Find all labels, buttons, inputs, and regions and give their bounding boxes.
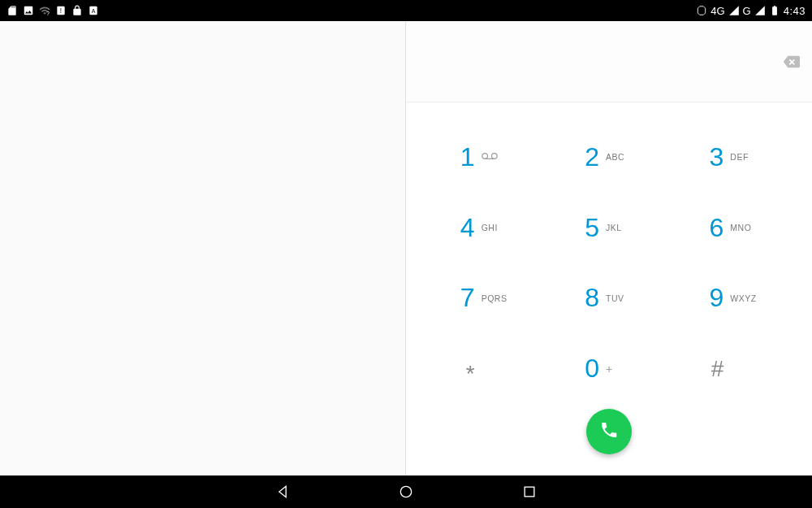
key-9-letters: WXYZ (730, 293, 761, 303)
key-2-letters: ABC (606, 152, 637, 162)
sd-card-icon (6, 5, 18, 16)
sim-switch-icon (696, 5, 707, 16)
dialer-pane: 1 2 ABC 3 DEF 4 GHI 5 JKL 6 (406, 21, 812, 475)
network-label-1: 4G (710, 5, 724, 17)
svg-point-5 (482, 154, 487, 159)
key-star[interactable]: * (422, 333, 546, 404)
key-4-letters: GHI (482, 223, 512, 232)
dial-input-row (406, 21, 812, 102)
key-0-letters: + (606, 363, 637, 376)
key-7-letters: PQRS (482, 293, 512, 303)
key-4[interactable]: 4 GHI (422, 193, 546, 263)
key-5[interactable]: 5 JKL (546, 193, 671, 263)
key-0-digit: 0 (581, 354, 599, 384)
lock-icon (71, 5, 83, 16)
key-3-letters: DEF (730, 152, 761, 162)
svg-point-8 (400, 486, 411, 497)
voicemail-icon (482, 152, 512, 162)
backspace-button[interactable] (781, 53, 801, 71)
key-6[interactable]: 6 MNO (672, 193, 796, 263)
status-right: 4G G 4:43 (696, 5, 806, 17)
a-card-icon: A (88, 5, 99, 16)
svg-point-6 (491, 154, 497, 159)
key-9[interactable]: 9 WXYZ (672, 263, 796, 334)
key-7[interactable]: 7 PQRS (422, 263, 546, 334)
nav-recent-button[interactable] (520, 483, 538, 501)
key-2[interactable]: 2 ABC (546, 122, 671, 193)
nav-home-button[interactable] (397, 483, 415, 501)
keypad: 1 2 ABC 3 DEF 4 GHI 5 JKL 6 (406, 102, 812, 404)
battery-icon (769, 5, 780, 16)
key-6-digit: 6 (706, 213, 723, 243)
svg-text:!: ! (60, 7, 62, 15)
call-row (406, 404, 812, 475)
call-button[interactable] (586, 409, 632, 454)
svg-text:A: A (92, 8, 96, 14)
android-nav-bar (0, 475, 812, 508)
key-star-digit: * (457, 361, 475, 387)
key-3-digit: 3 (706, 142, 723, 172)
svg-rect-9 (525, 487, 534, 497)
key-5-letters: JKL (606, 223, 637, 232)
key-1[interactable]: 1 (422, 122, 546, 193)
signal-icon-1 (728, 5, 740, 16)
key-hash[interactable]: # (672, 333, 796, 404)
wifi-question-icon: ? (39, 5, 50, 16)
status-left: ? ! A (6, 5, 99, 16)
key-1-digit: 1 (457, 142, 475, 172)
signal-icon-2 (754, 5, 766, 16)
key-9-digit: 9 (706, 283, 723, 313)
key-hash-digit: # (706, 356, 723, 382)
key-5-digit: 5 (581, 213, 599, 243)
key-0[interactable]: 0 + (546, 333, 671, 404)
key-8-digit: 8 (581, 283, 599, 313)
main-area: 1 2 ABC 3 DEF 4 GHI 5 JKL 6 (0, 21, 812, 475)
key-8-letters: TUV (606, 293, 637, 303)
key-7-digit: 7 (457, 283, 475, 313)
key-4-digit: 4 (457, 213, 475, 243)
network-label-2: G (743, 5, 751, 17)
key-8[interactable]: 8 TUV (546, 263, 671, 334)
nav-back-button[interactable] (274, 483, 292, 501)
status-bar: ? ! A 4G G 4:43 (0, 0, 812, 21)
contacts-pane (0, 21, 406, 475)
key-2-digit: 2 (581, 142, 599, 172)
key-6-letters: MNO (730, 223, 761, 232)
alert-card-icon: ! (55, 5, 67, 16)
key-3[interactable]: 3 DEF (672, 122, 796, 193)
svg-text:?: ? (46, 11, 50, 16)
clock: 4:43 (784, 5, 806, 17)
phone-icon (599, 420, 619, 443)
image-icon (23, 5, 34, 16)
